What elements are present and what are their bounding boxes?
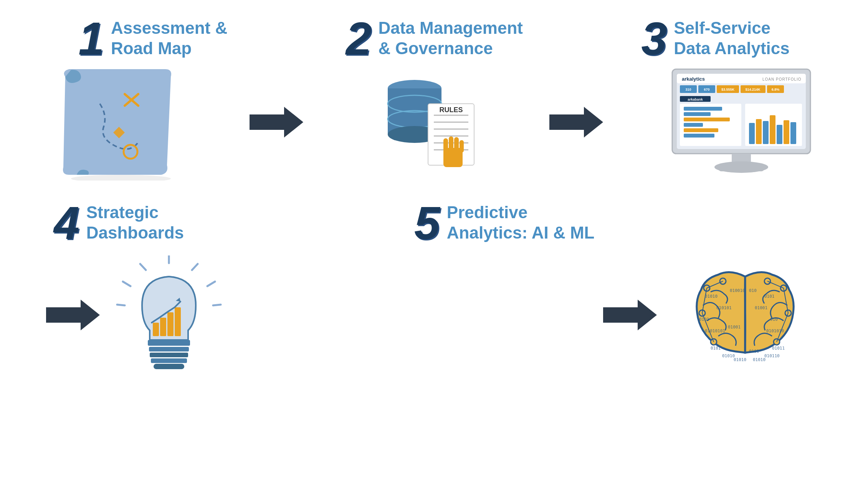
svg-text:010101: 010101 bbox=[716, 305, 732, 310]
svg-rect-52 bbox=[756, 119, 762, 144]
svg-line-66 bbox=[123, 282, 131, 286]
svg-rect-70 bbox=[160, 318, 166, 336]
arrow4 bbox=[603, 298, 657, 334]
svg-rect-60 bbox=[718, 164, 764, 171]
svg-line-68 bbox=[117, 305, 125, 305]
step3-number: 3 bbox=[641, 15, 667, 61]
step4-label: Strategic Dashboards bbox=[86, 202, 184, 243]
step5-label: Predictive Analytics: AI & ML bbox=[447, 202, 595, 243]
svg-rect-57 bbox=[790, 122, 796, 144]
svg-rect-20 bbox=[443, 138, 448, 152]
data-rules-illustration: RULES bbox=[369, 65, 484, 181]
svg-text:arkalytics: arkalytics bbox=[682, 76, 705, 82]
svg-rect-23 bbox=[460, 140, 464, 153]
svg-marker-24 bbox=[549, 107, 603, 138]
svg-rect-56 bbox=[784, 120, 789, 144]
svg-text:LOAN PORTFOLIO: LOAN PORTFOLIO bbox=[762, 77, 802, 81]
svg-text:310: 310 bbox=[685, 88, 691, 91]
svg-rect-44 bbox=[684, 107, 722, 111]
svg-marker-61 bbox=[46, 300, 100, 330]
svg-text:01010: 01010 bbox=[753, 357, 765, 362]
svg-text:670: 670 bbox=[704, 88, 709, 91]
step5-number: 5 bbox=[414, 200, 440, 246]
svg-text:0101: 0101 bbox=[749, 349, 759, 354]
svg-marker-79 bbox=[603, 300, 657, 330]
svg-text:0101: 0101 bbox=[764, 294, 775, 299]
svg-rect-55 bbox=[777, 125, 782, 144]
svg-line-64 bbox=[207, 282, 215, 286]
step3-header: 3 Self-Service Data Analytics bbox=[641, 15, 789, 61]
step1-header: 1 Assessment & Road Map bbox=[78, 15, 227, 61]
arrow3 bbox=[46, 298, 100, 334]
svg-line-67 bbox=[213, 305, 221, 305]
svg-rect-48 bbox=[684, 128, 718, 132]
svg-rect-77 bbox=[151, 358, 187, 363]
svg-rect-78 bbox=[154, 364, 184, 369]
lightbulb-illustration bbox=[111, 255, 227, 376]
svg-text:010: 010 bbox=[770, 317, 778, 322]
top-row: 1 Assessment & Road Map 2 Data Managemen… bbox=[23, 15, 845, 61]
svg-text:0101: 0101 bbox=[711, 346, 721, 351]
svg-text:01011: 01011 bbox=[772, 346, 785, 351]
svg-rect-74 bbox=[148, 340, 190, 346]
svg-rect-45 bbox=[684, 112, 711, 116]
svg-text:01001: 01001 bbox=[755, 305, 767, 310]
svg-text:$14.214K: $14.214K bbox=[745, 88, 761, 91]
arrow1 bbox=[250, 105, 303, 141]
svg-rect-75 bbox=[149, 347, 189, 351]
svg-text:arkabank: arkabank bbox=[688, 98, 703, 101]
svg-text:RULES: RULES bbox=[440, 106, 463, 114]
step1-number: 1 bbox=[78, 15, 104, 61]
svg-text:0101010: 0101010 bbox=[766, 328, 784, 333]
svg-rect-49 bbox=[684, 134, 714, 138]
step2-header: 2 Data Management & Governance bbox=[346, 15, 523, 61]
svg-text:01010: 01010 bbox=[734, 357, 746, 362]
svg-rect-47 bbox=[684, 123, 703, 127]
svg-rect-69 bbox=[153, 323, 159, 336]
svg-rect-72 bbox=[175, 307, 181, 336]
svg-text:6.8%: 6.8% bbox=[772, 88, 780, 91]
step1-label: Assessment & Road Map bbox=[111, 18, 227, 59]
svg-text:010010: 010010 bbox=[730, 288, 745, 293]
step2-number: 2 bbox=[346, 15, 372, 61]
svg-text:010: 010 bbox=[749, 288, 757, 293]
monitor-illustration: arkalytics LOAN PORTFOLIO 310 670 $3.555… bbox=[668, 65, 814, 181]
step4-number: 4 bbox=[54, 200, 79, 246]
svg-rect-53 bbox=[763, 121, 769, 144]
svg-text:010110: 010110 bbox=[764, 353, 780, 358]
svg-rect-21 bbox=[449, 136, 453, 151]
svg-text:01010: 01010 bbox=[705, 294, 718, 299]
step3-label: Self-Service Data Analytics bbox=[674, 18, 790, 59]
svg-rect-51 bbox=[749, 123, 755, 144]
map-illustration bbox=[54, 65, 184, 181]
step4-header: 4 Strategic Dashboards bbox=[54, 200, 184, 246]
svg-line-65 bbox=[140, 264, 146, 270]
svg-rect-22 bbox=[454, 137, 459, 151]
svg-marker-5 bbox=[250, 107, 303, 138]
svg-text:01010: 01010 bbox=[722, 353, 735, 358]
svg-rect-54 bbox=[770, 115, 775, 144]
svg-text:01010101: 01010101 bbox=[705, 328, 725, 333]
middle-row: RULES bbox=[23, 65, 845, 181]
step5-header: 5 Predictive Analytics: AI & ML bbox=[414, 200, 594, 246]
svg-point-4 bbox=[71, 175, 171, 181]
svg-rect-46 bbox=[684, 118, 730, 121]
svg-line-63 bbox=[192, 264, 198, 270]
svg-rect-71 bbox=[167, 312, 174, 336]
main-container: 1 Assessment & Road Map 2 Data Managemen… bbox=[0, 0, 868, 494]
arrow2 bbox=[549, 105, 603, 141]
svg-text:01001: 01001 bbox=[728, 325, 741, 330]
svg-text:0101: 0101 bbox=[699, 317, 709, 322]
svg-text:$3.555K: $3.555K bbox=[721, 88, 735, 91]
brain-illustration: 01010 0101 01010101 0101 01010 01010 010… bbox=[668, 254, 822, 378]
step2-label: Data Management & Governance bbox=[378, 18, 523, 59]
svg-rect-76 bbox=[150, 353, 188, 357]
